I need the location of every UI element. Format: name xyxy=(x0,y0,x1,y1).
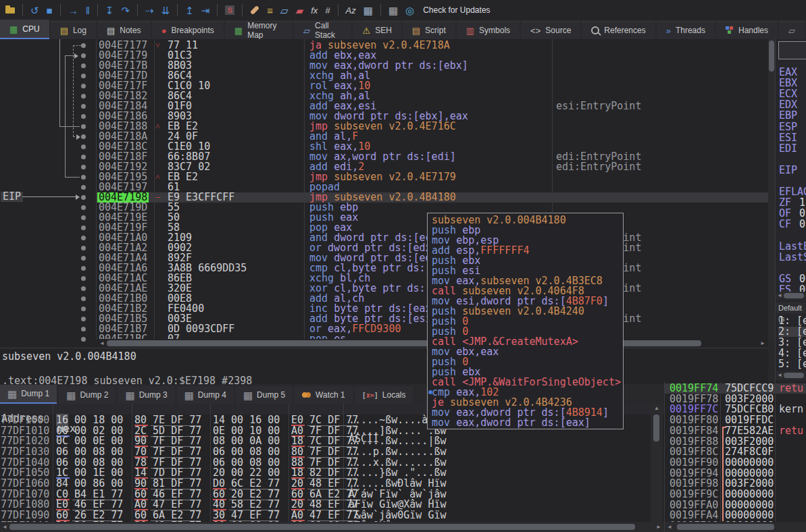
register-eax[interactable]: EAX xyxy=(779,68,797,78)
register-lasts[interactable]: LastS xyxy=(779,252,806,263)
tab-cpu[interactable]: ▦CPU xyxy=(0,20,49,39)
dump-tab-1[interactable]: ▦Dump 1 xyxy=(0,385,57,404)
dump-hscrollbar[interactable]: ◄ ► xyxy=(0,522,664,532)
scroll-left-arrow[interactable]: ◄ xyxy=(99,341,105,346)
hide-fpu-button[interactable] xyxy=(778,41,806,59)
register-eflag[interactable]: EFLAG xyxy=(779,187,806,197)
disasm-vscrollbar[interactable] xyxy=(768,39,775,339)
run-to-user-code-icon[interactable]: ⇥ xyxy=(201,5,210,16)
scroll-right-arrow[interactable]: ► xyxy=(656,525,661,530)
register-esp[interactable]: ESP xyxy=(779,122,797,132)
breakpoint-dot[interactable] xyxy=(81,155,86,159)
breakpoint-dot[interactable] xyxy=(81,144,86,149)
breakpoint-dot[interactable] xyxy=(81,175,86,180)
breakpoint-dot[interactable] xyxy=(81,165,86,169)
calling-convention-header[interactable]: Default (s xyxy=(776,302,806,313)
dump-tab-3[interactable]: ▦Dump 3 xyxy=(118,386,174,404)
dump-row[interactable]: 77DF106084 00 86 0090 81 DF 77D0 6C E2 7… xyxy=(0,479,664,489)
argument-row[interactable]: 2: [es xyxy=(778,327,806,337)
register-of[interactable]: OF0 xyxy=(779,209,805,219)
dump-row[interactable]: 77DF103006 00 08 0070 7F DF 7706 00 08 0… xyxy=(0,447,664,457)
register-esi[interactable]: ESI xyxy=(779,133,797,143)
registers-panel[interactable]: EAXEBXECXEDXEBPESPESIEDIEIPEFLAGZF1OF0CF… xyxy=(775,39,806,383)
tab-log[interactable]: ▤Log xyxy=(51,21,96,39)
registers-hscrollbar[interactable]: ◄ xyxy=(776,292,806,300)
breakpoint-dot[interactable] xyxy=(81,317,86,321)
bookmark-icon[interactable]: ▰ xyxy=(296,5,304,16)
tab-breakpoints[interactable]: ●Breakpoints xyxy=(152,21,224,39)
step-over-icon[interactable]: ↷ xyxy=(121,5,130,16)
register-edx[interactable]: EDX xyxy=(779,100,797,110)
stack-row[interactable]: 0019FF9C00000000 xyxy=(665,489,806,500)
stack-panel[interactable]: 0019FF7475DCFCC9retu0019FF78003F20000019… xyxy=(664,382,806,532)
argument-row[interactable]: 3: [es xyxy=(778,338,806,348)
scroll-handle[interactable] xyxy=(784,293,804,298)
animate-over-icon[interactable]: ⇊ xyxy=(161,5,170,16)
dump-tab-2[interactable]: ▦Dump 2 xyxy=(59,386,116,404)
register-laste[interactable]: LastE xyxy=(779,242,806,252)
tab-references[interactable]: References xyxy=(582,21,655,39)
breakpoint-dot[interactable] xyxy=(81,195,86,200)
register-ebp[interactable]: EBP xyxy=(779,111,797,121)
step-into-icon[interactable]: ↧ xyxy=(105,5,114,16)
breakpoint-dot[interactable] xyxy=(81,104,86,109)
breakpoint-dot[interactable] xyxy=(81,286,86,291)
arguments-hscrollbar[interactable]: ◄ xyxy=(776,371,806,379)
stack-row[interactable]: 0019FF7475DCFCC9retu xyxy=(665,383,806,394)
az-icon[interactable]: Az xyxy=(346,5,356,16)
tab-script[interactable]: ▤Script xyxy=(403,21,455,39)
dump-row[interactable]: 77DF109060 26 E2 7760 6A E2 7730 47 EF 7… xyxy=(0,510,664,521)
tab-partial[interactable]: ▱ xyxy=(779,21,805,39)
scroll-handle[interactable] xyxy=(9,524,635,530)
breakpoint-dot[interactable] xyxy=(81,307,86,311)
breakpoint-dot[interactable] xyxy=(81,84,86,88)
scroll-left-arrow[interactable]: ◄ xyxy=(2,525,7,530)
scroll-handle[interactable] xyxy=(653,415,659,442)
run-icon[interactable]: → xyxy=(68,5,78,16)
breakpoint-dot[interactable] xyxy=(81,266,86,271)
update-globe-icon[interactable]: ◎ xyxy=(405,5,414,16)
scroll-handle[interactable] xyxy=(784,373,804,378)
tab-threads[interactable]: »Threads xyxy=(657,21,715,39)
register-eip[interactable]: EIP xyxy=(779,165,797,176)
argument-row[interactable]: 5: [es xyxy=(778,359,806,369)
scroll-left-arrow[interactable]: ◄ xyxy=(667,525,672,530)
tab-handles[interactable]: Handles xyxy=(716,21,778,39)
trace-icon[interactable]: S xyxy=(225,5,234,15)
register-ebx[interactable]: EBX xyxy=(779,78,797,88)
breakpoint-dot[interactable] xyxy=(81,276,86,281)
scroll-handle[interactable] xyxy=(769,41,774,72)
tab-seh[interactable]: ⚠SEH xyxy=(353,21,401,39)
stack-row[interactable]: 0019FF8C274F8C0F xyxy=(665,447,806,457)
close-icon[interactable]: ■ xyxy=(47,5,53,16)
restart-icon[interactable]: ↺ xyxy=(30,5,39,16)
dump-vscrollbar[interactable]: ▲ xyxy=(651,404,663,523)
scroll-left-arrow[interactable]: ◄ xyxy=(777,373,782,378)
animate-into-icon[interactable]: ⇢ xyxy=(145,5,154,16)
breakpoint-dot[interactable] xyxy=(81,114,86,119)
comment-icon[interactable]: ≡ xyxy=(267,5,273,16)
tab-call-stack[interactable]: ▱Call Stack xyxy=(294,21,351,39)
breakpoint-dot[interactable] xyxy=(81,185,86,190)
register-ecx[interactable]: ECX xyxy=(779,89,797,99)
breakpoint-dot[interactable] xyxy=(81,134,86,139)
stack-hscrollbar[interactable]: ◄ xyxy=(665,522,806,532)
breakpoint-dot[interactable] xyxy=(81,94,86,99)
patch-icon[interactable] xyxy=(250,5,259,15)
argument-row[interactable]: 1: [es xyxy=(778,316,806,326)
disassembly-panel[interactable]: 004E7177˅77 11ja subseven v2.0.4E718A004… xyxy=(0,39,768,348)
register-cf[interactable]: CF0 xyxy=(779,219,805,230)
locals-tab[interactable]: x=Locals xyxy=(355,386,413,404)
scroll-left-arrow[interactable]: ◄ xyxy=(777,293,782,298)
breakpoint-dot[interactable] xyxy=(81,63,86,68)
breakpoint-dot[interactable] xyxy=(81,256,86,261)
scroll-handle[interactable] xyxy=(677,524,774,530)
function-icon[interactable]: fx xyxy=(311,5,318,16)
pause-icon[interactable]: ‖ xyxy=(86,5,90,16)
breakpoint-dot[interactable] xyxy=(81,205,86,210)
calculator-icon[interactable]: ▦ xyxy=(388,5,398,16)
watch-tab-1[interactable]: Watch 1 xyxy=(295,386,353,404)
hash-icon[interactable]: # xyxy=(325,5,330,16)
tab-symbols[interactable]: ▥Symbols xyxy=(457,21,520,39)
scroll-up-arrow[interactable]: ▲ xyxy=(654,406,659,411)
